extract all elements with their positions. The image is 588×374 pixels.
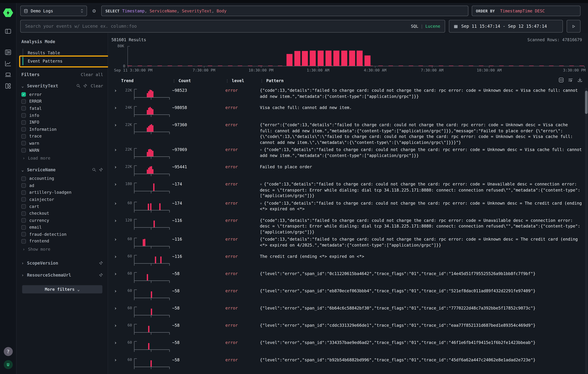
service-option-ad[interactable]: ad	[21, 182, 103, 189]
checkbox[interactable]	[21, 176, 26, 181]
severity-load-more[interactable]: ›Load more	[22, 155, 103, 161]
nav-dashboards-icon[interactable]	[4, 82, 12, 90]
language-toggle-sql[interactable]: SQL	[411, 24, 418, 29]
analysis-mode-results-table[interactable]: Results Table	[22, 49, 103, 57]
histogram-bar[interactable]	[357, 51, 363, 66]
sidebar-toggle-icon[interactable]	[4, 27, 12, 35]
help-button[interactable]: ?	[4, 347, 12, 356]
histogram-bar[interactable]	[310, 51, 316, 66]
search-input[interactable]: Search your events w/ Lucene ex. column:…	[20, 20, 445, 32]
checkbox[interactable]	[21, 211, 26, 216]
checkbox[interactable]	[21, 134, 26, 139]
expand-row-chevron-icon[interactable]: ›	[111, 271, 121, 287]
checkbox[interactable]	[21, 141, 26, 146]
pin-filter-icon[interactable]	[98, 273, 103, 278]
source-settings-gear-icon[interactable]: ⚙	[90, 7, 98, 15]
service-option-email[interactable]: email	[21, 224, 103, 231]
drag-handle-icon[interactable]: ⋮	[225, 79, 229, 83]
more-filters-button[interactable]: More filters ⌄	[22, 285, 102, 293]
expand-row-chevron-icon[interactable]: ›	[111, 254, 121, 269]
filter-group-severitytext[interactable]: ⌄ SeverityText Clear	[21, 83, 103, 89]
filter-group-scopeversion[interactable]: › ScopeVersion	[21, 261, 103, 266]
drag-handle-icon[interactable]: ⋮	[172, 79, 176, 83]
nav-sessions-icon[interactable]	[4, 71, 12, 78]
wrap-text-icon[interactable]	[568, 77, 573, 84]
view-source-code-icon[interactable]	[558, 77, 564, 84]
histogram-bar[interactable]	[294, 51, 300, 66]
checkbox[interactable]	[21, 239, 26, 244]
service-option-frontend[interactable]: frontend	[21, 238, 103, 245]
histogram-bar[interactable]	[341, 51, 347, 66]
expand-row-chevron-icon[interactable]: ›	[111, 288, 121, 304]
pin-filter-icon[interactable]	[98, 261, 103, 265]
histogram-bar[interactable]	[286, 54, 293, 66]
app-logo-icon[interactable]	[3, 8, 13, 18]
source-selector[interactable]: Demo Logs	[20, 6, 87, 16]
pattern-cell[interactable]: {"code":13,"details":"failed to charge c…	[260, 88, 588, 103]
language-toggle-lucene[interactable]: Lucene	[425, 24, 440, 29]
histogram-bar[interactable]	[365, 55, 370, 66]
pattern-cell[interactable]: ×{"code":13,"details":"failed to charge …	[260, 181, 588, 199]
column-header-level[interactable]: ⋮level	[225, 78, 260, 83]
filter-group-servicename[interactable]: ⌄ ServiceName	[21, 167, 103, 172]
checkbox[interactable]	[21, 183, 26, 188]
expand-row-chevron-icon[interactable]: ›	[111, 236, 121, 252]
expand-row-chevron-icon[interactable]: ›	[111, 357, 121, 373]
expand-row-chevron-icon[interactable]: ›	[111, 218, 121, 235]
checkbox[interactable]	[21, 120, 26, 125]
checkbox[interactable]	[21, 127, 26, 132]
nav-search-logs-icon[interactable]	[4, 48, 12, 56]
filter-group-resourceschemaurl[interactable]: › ResourceSchemaUrl	[21, 273, 103, 278]
column-header-count[interactable]: ⋮Count	[172, 78, 225, 83]
checkbox[interactable]	[21, 99, 26, 104]
drag-handle-icon[interactable]: ⋮	[260, 79, 264, 83]
service-show-more[interactable]: ›Show more	[22, 246, 103, 252]
checkbox[interactable]	[21, 232, 26, 237]
checkbox[interactable]	[21, 197, 26, 202]
clear-severity-button[interactable]: Clear	[91, 83, 103, 88]
pattern-cell[interactable]: {"error":{"code":13,"details":"failed to…	[260, 122, 588, 145]
pattern-cell[interactable]: {"level":"error","span_id":"b92b54b6882b…	[260, 357, 588, 373]
scrollbar[interactable]	[585, 88, 588, 374]
histogram-plot-area[interactable]: Sep 11 3:30:00 PM7:30:00 PM10:30:00 PM1:…	[127, 46, 584, 66]
severity-option-WARN[interactable]: WARN	[21, 147, 103, 154]
severity-option-fatal[interactable]: fatal	[21, 105, 103, 112]
service-option-cainjector[interactable]: cainjector	[21, 196, 103, 203]
pattern-cell[interactable]: {"level":"error","span_id":"0c11220615ba…	[260, 271, 588, 287]
service-option-artillery-loadgen[interactable]: artillery-loadgen	[21, 189, 103, 196]
pattern-cell[interactable]: The credit card (ending <*> expired on <…	[260, 254, 588, 269]
histogram-bar[interactable]	[302, 51, 308, 66]
histogram-bar[interactable]	[326, 51, 332, 66]
severity-option-Information[interactable]: Information	[21, 126, 103, 133]
pin-filter-icon[interactable]	[83, 83, 88, 88]
service-option-checkout[interactable]: checkout	[21, 210, 103, 217]
severity-option-ERROR[interactable]: ERROR	[21, 98, 103, 105]
checkbox[interactable]	[21, 113, 26, 118]
order-by-input[interactable]: ORDER BY TimestampTime DESC	[472, 6, 581, 16]
analysis-mode-event-patterns[interactable]: Event Patterns	[22, 57, 103, 65]
expand-row-chevron-icon[interactable]: ›	[111, 164, 121, 180]
pattern-cell[interactable]: {"code":13,"details":"failed to charge c…	[260, 236, 588, 252]
checkbox[interactable]	[21, 204, 26, 209]
clear-all-filters-button[interactable]: Clear all	[81, 72, 103, 77]
nav-chart-icon[interactable]	[4, 60, 12, 67]
expand-row-chevron-icon[interactable]: ›	[111, 122, 121, 145]
pattern-cell[interactable]: {"level":"error","span_id":"cddc331329e6…	[260, 323, 588, 338]
histogram-bar[interactable]	[349, 51, 355, 66]
results-histogram[interactable]: 80K 0 Sep 11 3:30:00 PM7:30:00 PM10:30:0…	[111, 43, 586, 73]
checkbox[interactable]	[21, 225, 26, 230]
user-avatar[interactable]: U	[4, 360, 12, 369]
histogram-bar[interactable]	[334, 51, 339, 66]
service-option-fraud-detection[interactable]: fraud-detection	[21, 231, 103, 238]
pattern-cell[interactable]: ×{"code":13,"details":"failed to charge …	[260, 200, 588, 216]
select-clause-input[interactable]: SELECT Timestamp, ServiceName, SeverityT…	[101, 6, 468, 16]
severity-option-info[interactable]: info	[21, 112, 103, 119]
pattern-cell[interactable]: Failed to place order	[260, 164, 588, 180]
pin-filter-icon[interactable]	[98, 167, 103, 172]
expand-row-chevron-icon[interactable]: ›	[111, 340, 121, 355]
run-query-button[interactable]	[567, 20, 581, 32]
checkbox[interactable]	[21, 106, 26, 111]
expand-row-chevron-icon[interactable]: ›	[111, 105, 121, 121]
pattern-cell[interactable]: ×{"code":13,"details":"failed to charge …	[260, 147, 588, 163]
histogram-bar[interactable]	[317, 51, 324, 66]
